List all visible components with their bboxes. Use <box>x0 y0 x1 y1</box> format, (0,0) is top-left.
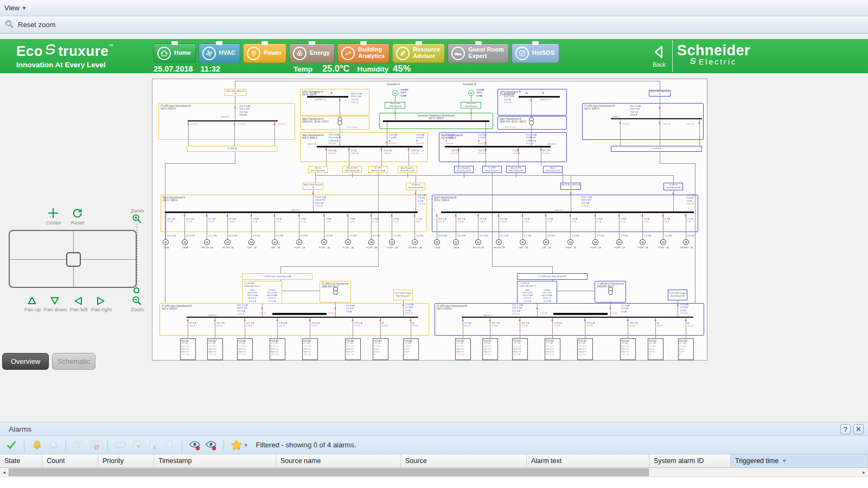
switchboard-link-box[interactable]: Main Switchboard A <box>225 89 246 96</box>
breaker-icon <box>339 136 341 138</box>
column-header-system-alarm-id[interactable]: System alarm ID <box>649 454 731 467</box>
busbar <box>441 211 694 213</box>
alarm-horizontal-scrollbar[interactable]: ◂ ▸ <box>0 468 868 477</box>
alarms-help-button[interactable]: ? <box>840 424 851 434</box>
switchboard-link-box[interactable]: Aux Supplies Switchboard B <box>454 166 474 173</box>
switchboard-link-box[interactable]: Mech UPS Switchboard A <box>342 166 362 173</box>
switchboard-link-box[interactable]: Mech Switchboard A <box>303 183 323 190</box>
favorite-filter-star-icon[interactable] <box>231 439 242 451</box>
switchboard-link-box[interactable]: To IT UPS Output Switchboard B <box>393 290 413 300</box>
switchboard-link-box[interactable]: Mech Switchboard B <box>560 183 581 190</box>
switchboard-link-box[interactable]: Mech Switchboard A <box>308 166 328 173</box>
pdu-box: PDU B1277 kW68.1 kW237.3 V410.5 V107.9 A <box>455 338 471 360</box>
pan-down-button[interactable] <box>50 296 60 307</box>
scroll-right-icon[interactable]: ▸ <box>860 468 868 477</box>
nav-button-home[interactable]: Home <box>154 43 196 63</box>
motor-branch-values: 3.9 A25 A <box>524 217 529 223</box>
motor-name: CH1B <box>428 246 446 249</box>
column-header-count[interactable]: Count <box>42 454 98 467</box>
center-button[interactable] <box>48 208 59 220</box>
column-header-state[interactable]: State <box>0 454 42 467</box>
schematic-canvas[interactable]: IT UPS Input Switchboard A410 V, 2000 AU… <box>152 79 707 361</box>
humidity-value: 45% <box>393 63 411 74</box>
switchboard-link-box[interactable]: To Mech Switchboard A <box>663 183 683 190</box>
switchboard-group: IT UPS Input Switchboard A410 V, 2000 A <box>158 103 295 140</box>
column-header-alarm-text[interactable]: Alarm text <box>527 454 649 467</box>
column-header-source[interactable]: Source <box>401 454 527 467</box>
switchboard-link-box[interactable]: Mech Switchboard B <box>543 166 563 173</box>
motor-icon: M <box>683 239 689 245</box>
breaker-icon <box>594 214 596 216</box>
minimap[interactable] <box>9 230 137 288</box>
view-menu[interactable]: View <box>4 4 20 12</box>
generator-icon: G <box>392 90 398 96</box>
nav-button-guest-room-expert[interactable]: Guest Room Expert <box>448 43 508 63</box>
motor-name: PCWP - 4B <box>654 246 673 249</box>
breaker-icon <box>214 319 216 321</box>
wire <box>282 291 320 291</box>
switchboard-link-box[interactable]: To IT UPS Output Switchboard A <box>668 290 687 300</box>
motor-icon: M <box>204 239 210 245</box>
column-header-timestamp[interactable]: Timestamp <box>154 454 276 467</box>
motor-branch-values: 112.4 A630 A <box>457 217 465 223</box>
zoom-slider[interactable] <box>137 223 137 287</box>
nav-tab-notch <box>216 41 222 45</box>
alarm-bell-active-icon[interactable] <box>31 439 43 451</box>
filter-dropdown-caret-icon[interactable]: ▾ <box>245 442 247 448</box>
switchboard-link-box[interactable]: IT UPS Switchboard B <box>482 166 502 173</box>
switchboard-link-box[interactable]: IT UPS B <box>611 146 702 152</box>
scrollbar-thumb[interactable] <box>9 468 649 476</box>
column-header-triggered-time[interactable]: Triggered time▼ <box>731 454 868 467</box>
scroll-left-icon[interactable]: ◂ <box>0 468 8 477</box>
switchboard-link-box[interactable]: IT UPS Input Switchboard A <box>242 273 312 280</box>
breaker-icon <box>325 148 327 150</box>
switchboard-link-box[interactable]: IT UPS A <box>187 146 277 152</box>
back-button[interactable]: Back <box>649 43 669 69</box>
motor-name: PCWP - 2B <box>610 246 629 249</box>
alarms-close-button[interactable]: ✕ <box>853 424 864 434</box>
column-header-priority[interactable]: Priority <box>98 454 154 467</box>
switchboard-link-box[interactable]: Mech Switchboard B <box>649 90 671 97</box>
switchboard-link-box[interactable]: IT UPS Input Switchboard B <box>517 273 588 280</box>
nav-button-resource-advisor[interactable]: Resource Advisor <box>392 43 445 63</box>
reset-zoom-button[interactable]: Reset zoom <box>18 21 55 29</box>
motor-name: PCWP - 2A <box>339 246 358 249</box>
pan-left-button[interactable] <box>74 296 83 307</box>
nav-button-power[interactable]: Power <box>243 43 286 63</box>
value-stack: 2000 A <box>609 312 617 314</box>
switchboard-link-box[interactable]: Genset B Switchboard <box>461 102 481 108</box>
switchboard-link-box[interactable]: Genset A Switchboard <box>385 102 405 108</box>
zoom-slider-handle[interactable] <box>133 287 139 293</box>
switchboard-link-box[interactable]: IT UPS Switchboard A <box>368 166 388 173</box>
value-stack: 301.0 A1600 A <box>542 149 550 155</box>
nav-button-hotsos[interactable]: HotSOS <box>512 43 560 63</box>
breaker-icon <box>233 123 235 125</box>
pan-right-button[interactable] <box>96 296 105 307</box>
acknowledge-check-icon[interactable] <box>5 439 17 451</box>
switchboard-link-box[interactable]: To Mech Switchboard B <box>406 183 425 190</box>
tab-schematic[interactable]: Schematic <box>52 353 95 370</box>
breaker-icon <box>206 214 208 216</box>
group-title: Main Switchboard A410 V, 4000 A <box>302 134 324 140</box>
switchboard-link-box[interactable]: Mech UPS Switchboard B <box>506 166 526 173</box>
reset-view-button[interactable] <box>72 208 82 220</box>
column-header-source-name[interactable]: Source name <box>276 454 401 467</box>
breaker-icon <box>521 214 524 216</box>
date-value: 25.07.2018 <box>154 65 193 73</box>
nav-button-energy[interactable]: Energy <box>289 43 335 63</box>
pan-up-button[interactable] <box>27 296 37 307</box>
group-title: IT UPS Input Switchboard B410 V, 2000 A <box>437 305 467 311</box>
nav-button-building-analytics[interactable]: Building Analytics <box>337 43 390 63</box>
nav-button-hvac[interactable]: HVAC <box>199 43 240 63</box>
breaker-icon <box>530 136 532 138</box>
motor-branch-values: 2.8 A14 A <box>644 217 649 223</box>
hide-user-view-icon[interactable] <box>205 439 217 451</box>
group-title: IT UPS Input Switchboard B410 V, 2000 A <box>584 105 615 111</box>
motor-icon: M <box>163 239 169 245</box>
tab-overview[interactable]: Overview <box>2 353 49 370</box>
motor-name: PCWP - 4A <box>383 246 401 249</box>
minimap-viewport[interactable] <box>66 252 81 267</box>
switchboard-link-box[interactable]: Aux Supplies Switchboard A <box>398 166 417 173</box>
breaker-icon <box>394 112 396 114</box>
show-user-view-icon[interactable] <box>189 439 201 451</box>
